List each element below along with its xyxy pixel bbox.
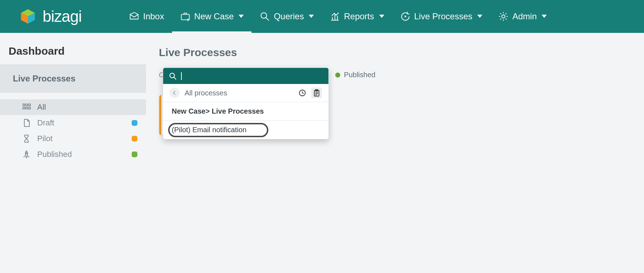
chart-icon [330, 11, 340, 22]
chevron-down-icon [239, 15, 244, 18]
chevron-down-icon [542, 15, 547, 18]
chevron-down-icon [379, 15, 384, 18]
nav-menu: Inbox New Case Queries [121, 0, 555, 33]
svg-point-19 [170, 73, 175, 78]
rocket-icon [22, 150, 31, 159]
svg-rect-13 [26, 104, 28, 106]
chevron-down-icon [309, 15, 314, 18]
dropdown-breadcrumb: New Case> Live Processes [163, 102, 328, 121]
svg-marker-8 [405, 15, 406, 18]
nav-label: Reports [344, 11, 374, 21]
nav-label: Live Processes [414, 11, 473, 21]
card-accent-pilot [159, 95, 161, 135]
svg-point-10 [502, 15, 505, 18]
brand-logo-icon [20, 8, 36, 25]
sidebar-item-published[interactable]: Published [0, 147, 146, 162]
nav-label: New Case [194, 11, 234, 21]
dropdown-search[interactable] [163, 68, 328, 84]
page-title: Dashboard [0, 33, 146, 64]
text-cursor [181, 72, 182, 80]
search-icon [259, 11, 270, 22]
dropdown-search-input[interactable] [186, 71, 323, 80]
sidebar-item-draft[interactable]: Draft [0, 115, 146, 131]
nav-queries[interactable]: Queries [252, 0, 322, 33]
svg-marker-6 [309, 15, 314, 18]
sidebar-item-label: Published [37, 150, 72, 159]
page-body: Dashboard Live Processes All Draf [0, 33, 644, 273]
svg-marker-11 [542, 15, 547, 18]
hourglass-icon [22, 134, 31, 143]
brand-name: bizagi [43, 8, 82, 25]
back-button[interactable] [170, 88, 180, 98]
svg-rect-17 [29, 107, 30, 109]
new-case-dropdown: All processes New Case> Live Processes (… [163, 68, 329, 139]
dropdown-option-label: (Pilot) Email notification [172, 126, 247, 134]
nav-reports[interactable]: Reports [322, 0, 392, 33]
sidebar-item-all[interactable]: All [0, 99, 146, 115]
sidebar-item-label: Pilot [37, 134, 53, 143]
dropdown-view-toggle [297, 88, 322, 98]
gear-icon [498, 11, 509, 22]
clipboard-icon[interactable] [311, 88, 322, 98]
svg-marker-9 [477, 15, 482, 18]
sidebar-item-label: Draft [37, 118, 54, 128]
svg-marker-4 [239, 15, 244, 18]
sidebar-section-label: Live Processes [0, 64, 146, 93]
sidebar-items: All Draft Pilot [0, 93, 146, 162]
briefcase-plus-icon [180, 11, 191, 22]
nav-label: Admin [512, 11, 537, 21]
recent-icon[interactable] [297, 88, 308, 98]
top-nav: bizagi Inbox New Case [0, 0, 644, 33]
status-dot-pilot [132, 136, 137, 142]
nav-label: Inbox [143, 11, 164, 21]
nav-admin[interactable]: Admin [490, 0, 555, 33]
svg-rect-16 [26, 107, 28, 109]
sidebar-item-pilot[interactable]: Pilot [0, 131, 146, 147]
svg-rect-14 [29, 104, 30, 106]
search-icon [169, 72, 177, 80]
inbox-icon [129, 11, 140, 22]
grid-icon [22, 103, 31, 111]
legend-label: Published [344, 71, 375, 79]
status-dot-published [132, 152, 137, 157]
svg-point-5 [261, 13, 267, 19]
refresh-icon [400, 11, 411, 22]
legend-published: Published [335, 71, 375, 79]
svg-point-18 [26, 153, 27, 154]
svg-marker-7 [379, 15, 384, 18]
nav-inbox[interactable]: Inbox [121, 0, 172, 33]
main-section-title: Live Processes [159, 46, 644, 59]
brand: bizagi [20, 8, 82, 25]
chevron-down-icon [477, 15, 482, 18]
nav-label: Queries [274, 11, 304, 21]
draft-icon [22, 119, 31, 127]
svg-rect-12 [23, 104, 25, 106]
svg-rect-15 [23, 107, 25, 109]
sidebar: Dashboard Live Processes All Draf [0, 33, 146, 273]
dropdown-all-processes-row: All processes [163, 84, 328, 102]
dropdown-all-processes-label[interactable]: All processes [185, 89, 297, 97]
nav-live-processes[interactable]: Live Processes [392, 0, 491, 33]
nav-new-case[interactable]: New Case [172, 0, 252, 33]
legend-dot-icon [335, 73, 340, 78]
sidebar-item-label: All [37, 103, 46, 112]
status-dot-draft [132, 120, 137, 126]
dropdown-option-pilot-email[interactable]: (Pilot) Email notification [163, 121, 328, 139]
